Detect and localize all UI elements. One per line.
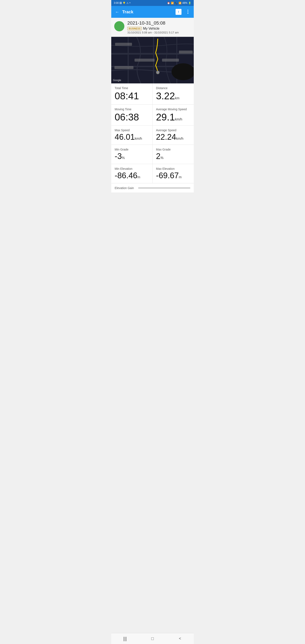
moving-time-label: Moving Time — [115, 108, 149, 111]
max-grade-cell: Max Grade 2% — [153, 145, 194, 164]
stats-row-1: Total Time 08:41 Distance 3.22km — [111, 84, 194, 104]
moving-time-value: 06:38 — [115, 112, 149, 122]
max-grade-value: 2% — [156, 152, 191, 161]
avg-moving-speed-cell: Average Moving Speed 29.1km/h — [153, 104, 194, 126]
elevation-gain-content: Elevation Gain — [115, 186, 190, 190]
signal-icon: 📶 — [179, 2, 182, 4]
more-icon: ⋮ — [186, 9, 190, 14]
back-arrow-icon: ← — [115, 10, 119, 14]
map-watermark: Google — [113, 79, 121, 82]
track-date: 31/10/2021 5:08 am - 31/10/2021 5:17 am — [127, 31, 191, 34]
battery-icon: 🔋 — [188, 2, 191, 4]
max-speed-value: 46.01km/h — [115, 133, 149, 142]
alarm-icon: ⏰ — [167, 2, 170, 4]
total-time-value: 08:41 — [115, 90, 149, 102]
stats-row-5: Min Elevation -86.46m Max Elevation -69.… — [111, 164, 194, 183]
total-time-cell: Total Time 08:41 — [111, 84, 153, 104]
stats-row-2: Moving Time 06:38 Average Moving Speed 2… — [111, 104, 194, 126]
avg-moving-speed-value: 29.1km/h — [156, 112, 191, 122]
status-right: ⏰ 📶 📞 📶 48% 🔋 — [167, 2, 191, 4]
photo-icon: 🖼 — [119, 2, 122, 4]
phone-icon: 📞 — [175, 2, 178, 4]
elevation-gain-label: Elevation Gain — [115, 186, 134, 190]
avg-moving-speed-label: Average Moving Speed — [156, 108, 191, 111]
track-title: 2021-10-31_05:08 — [127, 20, 191, 26]
svg-point-7 — [156, 71, 159, 74]
track-info: 2021-10-31_05:08 BUSINESS My Vehicle 31/… — [127, 20, 191, 34]
status-bar: 3:00 🖼 💡 ⚠ • ⏰ 📶 📞 📶 48% 🔋 — [111, 0, 194, 6]
moving-time-cell: Moving Time 06:38 — [111, 104, 153, 126]
min-elevation-value: -86.46m — [115, 171, 149, 180]
report-icon: ! — [176, 9, 182, 15]
business-badge: BUSINESS — [127, 27, 142, 30]
bulb-icon: 💡 — [123, 2, 126, 4]
distance-cell: Distance 3.22km — [153, 84, 194, 104]
min-elevation-label: Min Elevation — [115, 167, 149, 170]
elevation-gain-bar — [138, 187, 190, 189]
back-button[interactable]: ← — [113, 8, 121, 16]
map-container[interactable]: Google — [111, 37, 194, 84]
elevation-gain-row: Elevation Gain — [111, 183, 194, 193]
track-header: 2021-10-31_05:08 BUSINESS My Vehicle 31/… — [111, 18, 194, 37]
battery-percent: 48% — [182, 2, 187, 4]
max-grade-label: Max Grade — [156, 148, 191, 151]
blurred-label-1 — [115, 43, 132, 46]
track-status-dot — [114, 21, 124, 31]
max-elevation-cell: Max Elevation -69.67m — [153, 164, 194, 183]
min-grade-label: Min Grade — [115, 148, 149, 151]
track-meta: BUSINESS My Vehicle — [127, 27, 191, 30]
total-time-label: Total Time — [115, 86, 149, 90]
distance-value: 3.22km — [156, 90, 191, 102]
dot-icon: • — [129, 2, 130, 4]
alert-icon: ⚠ — [126, 2, 129, 4]
max-elevation-label: Max Elevation — [156, 167, 191, 170]
avg-speed-cell: Average Speed 22.24km/h — [153, 126, 194, 144]
distance-label: Distance — [156, 86, 191, 90]
min-grade-cell: Min Grade -3% — [111, 145, 153, 164]
stats-row-4: Min Grade -3% Max Grade 2% — [111, 145, 194, 164]
min-grade-value: -3% — [115, 152, 149, 161]
more-options-button[interactable]: ⋮ — [184, 8, 192, 16]
stats-section: Total Time 08:41 Distance 3.22km Moving … — [111, 84, 194, 193]
report-button[interactable]: ! — [174, 8, 183, 16]
blurred-label-2 — [179, 50, 193, 54]
max-speed-label: Max Speed — [115, 128, 149, 132]
vehicle-name: My Vehicle — [143, 27, 159, 30]
page-title: Track — [122, 10, 174, 14]
status-left: 3:00 🖼 💡 ⚠ • — [114, 2, 130, 4]
app-bar-actions: ! ⋮ — [174, 8, 192, 16]
blurred-label-3 — [135, 59, 155, 62]
status-time: 3:00 — [114, 2, 119, 4]
stats-row-3: Max Speed 46.01km/h Average Speed 22.24k… — [111, 126, 194, 145]
avg-speed-value: 22.24km/h — [156, 133, 191, 142]
max-elevation-value: -69.67m — [156, 171, 191, 180]
svg-point-6 — [172, 63, 194, 80]
wifi-icon: 📶 — [171, 2, 174, 4]
min-elevation-cell: Min Elevation -86.46m — [111, 164, 153, 183]
avg-speed-label: Average Speed — [156, 128, 191, 132]
blurred-label-4 — [162, 59, 179, 62]
app-bar: ← Track ! ⋮ — [111, 6, 194, 18]
blurred-label-5 — [114, 66, 133, 69]
max-speed-cell: Max Speed 46.01km/h — [111, 126, 153, 144]
